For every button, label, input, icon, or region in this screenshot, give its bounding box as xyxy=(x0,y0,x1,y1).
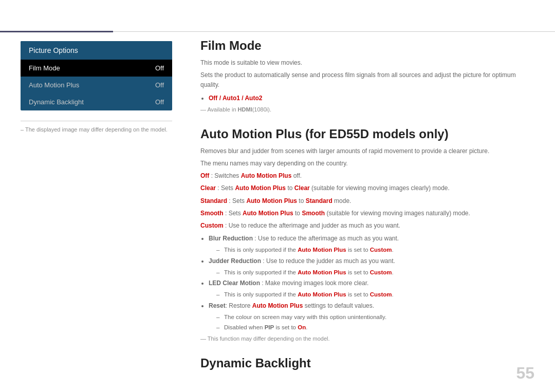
amp-led-sub-item: This is only supported if the Auto Motio… xyxy=(219,290,534,299)
amp-judder-sub: This is only supported if the Auto Motio… xyxy=(219,268,534,277)
menu-item-value: Off xyxy=(155,64,164,72)
amp-off-ref: Auto Motion Plus xyxy=(241,172,292,179)
film-mode-note: ― Available in HDMI(1080i). xyxy=(200,106,534,113)
amp-smooth-desc2: to xyxy=(293,210,302,217)
top-bar xyxy=(0,31,555,32)
amp-reset-sub: The colour on screen may vary with this … xyxy=(219,312,534,332)
amp-reset-sub-item2: Disabled when PIP is set to On. xyxy=(219,323,534,332)
amp-clear-desc2: to xyxy=(286,184,294,192)
amp-blur-custom: Custom xyxy=(370,247,392,253)
note-text: – The displayed image may differ dependi… xyxy=(21,126,172,133)
amp-clear-line: Clear : Sets Auto Motion Plus to Clear (… xyxy=(200,183,534,193)
amp-standard-val: Standard xyxy=(306,197,332,204)
amp-led-item: LED Clear Motion : Make moving images lo… xyxy=(209,278,534,300)
amp-footer-text: This function may differ depending on th… xyxy=(208,335,330,342)
amp-clear-val: Clear xyxy=(294,184,310,192)
amp-clear-label: Clear xyxy=(200,184,216,192)
amp-blur-label: Blur Reduction xyxy=(209,235,253,242)
amp-off-desc2: off. xyxy=(291,172,302,179)
menu-item-label: Film Mode xyxy=(29,64,60,72)
amp-clear-desc3: (suitable for viewing moving images clea… xyxy=(310,184,450,192)
film-mode-desc: Sets the product to automatically sense … xyxy=(200,70,534,90)
left-panel: Picture Options Film Mode Off Auto Motio… xyxy=(21,41,172,133)
dynamic-backlight-title: Dynamic Backlight xyxy=(200,356,534,370)
menu-item-film-mode[interactable]: Film Mode Off xyxy=(21,60,172,77)
amp-standard-desc: : Sets xyxy=(227,197,246,204)
amp-reset-desc: : Restore xyxy=(226,302,252,309)
amp-led-sub: This is only supported if the Auto Motio… xyxy=(219,290,534,299)
amp-reset-desc2: settings to default values. xyxy=(303,302,374,309)
film-mode-title: Film Mode xyxy=(200,39,534,53)
amp-smooth-label: Smooth xyxy=(200,210,224,217)
menu-item-label: Dynamic Backlight xyxy=(29,98,84,106)
amp-reset-sub-item1: The colour on screen may vary with this … xyxy=(219,312,534,322)
amp-judder-ref: Auto Motion Plus xyxy=(298,269,346,275)
amp-led-label: LED Clear Motion xyxy=(209,279,260,287)
picture-options-title: Picture Options xyxy=(21,41,172,60)
hdmi-bold: HDMI xyxy=(238,106,252,113)
amp-standard-desc2: to xyxy=(297,197,306,204)
amp-judder-custom: Custom xyxy=(370,269,392,275)
amp-blur-ref: Auto Motion Plus xyxy=(298,247,346,253)
amp-judder-label: Judder Reduction xyxy=(209,257,261,265)
amp-smooth-desc3: (suitable for viewing moving images natu… xyxy=(325,210,470,217)
amp-custom-label: Custom xyxy=(200,222,224,229)
top-bar-accent xyxy=(0,31,113,32)
amp-led-desc: : Make moving images look more clear. xyxy=(260,279,368,287)
amp-standard-desc3: mode. xyxy=(332,197,351,204)
amp-off-desc: : Switches xyxy=(209,172,240,179)
menu-item-dynamic-backlight[interactable]: Dynamic Backlight Off xyxy=(21,94,172,110)
amp-judder-desc: : Use to reduce the judder as much as yo… xyxy=(261,257,395,265)
amp-blur-desc: : Use to reduce the afterimage as much a… xyxy=(253,235,399,242)
auto-motion-plus-title: Auto Motion Plus (for ED55D models only) xyxy=(200,127,534,141)
film-mode-subtitle: This mode is suitable to view movies. xyxy=(200,58,534,68)
menu-item-value: Off xyxy=(155,81,164,89)
amp-clear-ref: Auto Motion Plus xyxy=(235,184,286,192)
amp-blur-item: Blur Reduction : Use to reduce the after… xyxy=(209,234,534,255)
amp-reset-label: Reset xyxy=(209,302,226,309)
amp-smooth-line: Smooth : Sets Auto Motion Plus to Smooth… xyxy=(200,209,534,218)
auto-motion-plus-section: Auto Motion Plus (for ED55D models only)… xyxy=(200,127,534,342)
amp-standard-ref: Auto Motion Plus xyxy=(246,197,297,204)
film-mode-options-text: Off / Auto1 / Auto2 xyxy=(209,95,262,102)
left-panel-note: – The displayed image may differ dependi… xyxy=(21,121,172,133)
amp-custom-desc: : Use to reduce the afterimage and judde… xyxy=(224,222,400,229)
film-mode-section: Film Mode This mode is suitable to view … xyxy=(200,39,534,113)
amp-blur-sub: This is only supported if the Auto Motio… xyxy=(219,245,534,254)
amp-led-custom: Custom xyxy=(370,291,392,297)
amp-smooth-val: Smooth xyxy=(302,210,325,217)
amp-off-label: Off xyxy=(200,172,209,179)
amp-footer-note: ― This function may differ depending on … xyxy=(200,335,534,342)
amp-custom-line: Custom : Use to reduce the afterimage an… xyxy=(200,221,534,231)
auto-motion-plus-desc1: Removes blur and judder from scenes with… xyxy=(200,146,534,156)
amp-on-red: On xyxy=(298,324,306,330)
menu-item-value: Off xyxy=(155,98,164,106)
film-mode-options: Off / Auto1 / Auto2 xyxy=(209,94,534,103)
amp-led-ref: Auto Motion Plus xyxy=(298,291,346,297)
top-bar-line xyxy=(113,31,555,32)
amp-blur-sub-item: This is only supported if the Auto Motio… xyxy=(219,245,534,254)
amp-judder-item: Judder Reduction : Use to reduce the jud… xyxy=(209,256,534,277)
amp-smooth-desc: : Sets xyxy=(224,210,243,217)
menu-item-auto-motion-plus[interactable]: Auto Motion Plus Off xyxy=(21,77,172,94)
amp-judder-sub-item: This is only supported if the Auto Motio… xyxy=(219,268,534,277)
amp-off-line: Off : Switches Auto Motion Plus off. xyxy=(200,171,534,181)
film-mode-options-item: Off / Auto1 / Auto2 xyxy=(209,94,534,103)
auto-motion-plus-desc2: The menu names may vary depending on the… xyxy=(200,159,534,169)
amp-pip-bold: PIP xyxy=(265,324,274,330)
menu-item-label: Auto Motion Plus xyxy=(29,81,79,89)
amp-reset-item: Reset: Restore Auto Motion Plus settings… xyxy=(209,301,534,332)
page-number: 55 xyxy=(516,364,534,383)
amp-standard-line: Standard : Sets Auto Motion Plus to Stan… xyxy=(200,196,534,206)
dynamic-backlight-section: Dynamic Backlight Automatically adjust t… xyxy=(200,356,534,371)
amp-reset-ref: Auto Motion Plus xyxy=(252,302,303,309)
amp-clear-desc: : Sets xyxy=(216,184,235,192)
amp-bullets: Blur Reduction : Use to reduce the after… xyxy=(209,234,534,332)
amp-smooth-ref: Auto Motion Plus xyxy=(243,210,293,217)
amp-standard-label: Standard xyxy=(200,197,227,204)
right-content: Film Mode This mode is suitable to view … xyxy=(200,39,534,371)
picture-options-menu: Picture Options Film Mode Off Auto Motio… xyxy=(21,41,172,110)
